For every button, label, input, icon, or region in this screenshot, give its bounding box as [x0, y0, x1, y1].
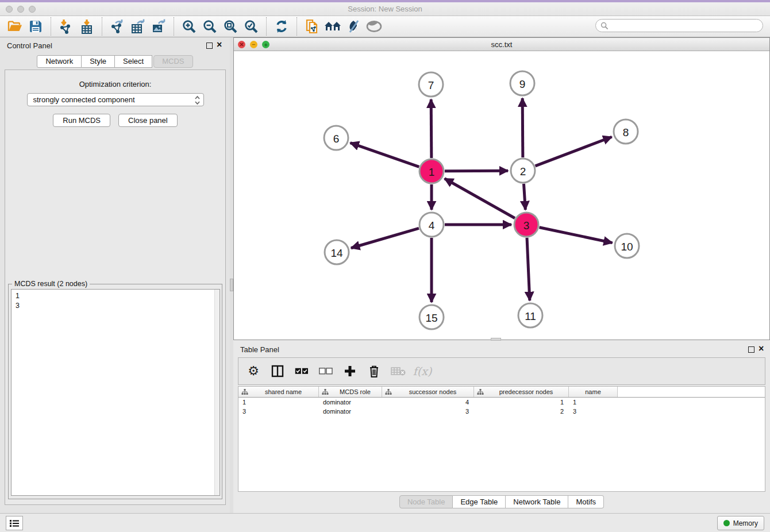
- table-header-row: shared name MCDS role successor nodes pr…: [238, 387, 765, 398]
- add-column-icon[interactable]: [342, 363, 358, 379]
- memory-button[interactable]: Memory: [717, 516, 764, 530]
- tab-node-table[interactable]: Node Table: [399, 495, 453, 508]
- network-graph[interactable]: 7968124314101511: [234, 51, 769, 340]
- graph-edge-1-2[interactable]: [445, 171, 508, 171]
- reset-view-icon[interactable]: [322, 18, 343, 35]
- network-view-titlebar: ✕ − ＋ scc.txt: [234, 38, 769, 51]
- graph-edge-1-6[interactable]: [351, 143, 419, 167]
- network-view-window: ✕ − ＋ scc.txt 7968124314101511: [233, 37, 770, 340]
- zoom-selected-icon[interactable]: [241, 18, 261, 35]
- graph-edge-1-7[interactable]: [431, 99, 432, 158]
- close-panel-button[interactable]: Close panel: [118, 114, 178, 127]
- col-header-name[interactable]: name: [569, 387, 618, 397]
- import-network-icon[interactable]: [56, 18, 76, 35]
- tab-network-table[interactable]: Network Table: [506, 495, 568, 508]
- col-header-successor-nodes[interactable]: successor nodes: [382, 387, 474, 397]
- zoom-out-icon[interactable]: [199, 18, 220, 35]
- list-icon: [9, 519, 20, 528]
- graph-edge-2-3[interactable]: [523, 184, 525, 210]
- col-header-predecessor-nodes[interactable]: predecessor nodes: [474, 387, 569, 397]
- status-bar: Memory: [0, 513, 770, 532]
- mcds-result-group: MCDS result (2 nodes) 1 3: [8, 284, 222, 499]
- column-type-icon: [385, 388, 392, 395]
- mcds-result-textarea[interactable]: 1 3: [11, 289, 220, 496]
- table-panel: Table Panel × ⚙ f(x): [233, 341, 770, 513]
- float-panel-icon[interactable]: [206, 43, 213, 49]
- cell-successor-nodes[interactable]: 3: [382, 407, 474, 416]
- col-header-mcds-role[interactable]: MCDS role: [319, 387, 382, 397]
- import-table-icon[interactable]: [76, 18, 97, 35]
- column-type-icon: [241, 388, 248, 395]
- cell-mcds-role[interactable]: dominator: [319, 398, 382, 407]
- zoom-in-icon[interactable]: [179, 18, 199, 35]
- graph-edge-4-14[interactable]: [351, 228, 419, 248]
- cell-successor-nodes[interactable]: 4: [382, 398, 474, 407]
- cell-name[interactable]: 1: [569, 398, 618, 407]
- graph-node-label-10: 10: [621, 241, 633, 253]
- graph-edge-2-8[interactable]: [536, 137, 612, 166]
- graph-edge-3-11[interactable]: [527, 238, 530, 300]
- tab-network[interactable]: Network: [37, 55, 82, 68]
- delete-column-icon[interactable]: [366, 363, 382, 379]
- mcds-panel: Optimization criterion: strongly connect…: [5, 70, 226, 505]
- birds-eye-view-icon[interactable]: [364, 18, 384, 35]
- toolbar-separator: [102, 17, 102, 36]
- result-scrollbar[interactable]: [214, 290, 220, 495]
- cell-shared-name[interactable]: 1: [238, 398, 319, 407]
- tab-edge-table[interactable]: Edge Table: [453, 495, 506, 508]
- deselect-all-columns-icon[interactable]: [318, 363, 334, 379]
- table-row[interactable]: 3 dominator 3 2 3: [238, 407, 765, 416]
- table-panel-title: Table Panel: [240, 345, 279, 354]
- cell-name[interactable]: 3: [569, 407, 618, 416]
- export-image-icon[interactable]: [148, 18, 169, 35]
- show-columns-icon[interactable]: [270, 363, 286, 379]
- tab-select[interactable]: Select: [115, 55, 152, 68]
- memory-status-icon: [723, 520, 730, 526]
- float-table-panel-icon[interactable]: [748, 346, 754, 353]
- cell-mcds-role[interactable]: dominator: [319, 407, 382, 416]
- criterion-dropdown[interactable]: strongly connected component: [27, 93, 204, 106]
- hide-graphics-details-icon[interactable]: [343, 18, 364, 35]
- search-field[interactable]: [595, 19, 763, 32]
- export-network-icon[interactable]: [107, 18, 128, 35]
- refresh-layout-icon[interactable]: [271, 18, 292, 35]
- close-panel-icon[interactable]: ×: [217, 40, 222, 50]
- show-panels-button[interactable]: [6, 516, 23, 530]
- graph-edge-3-10[interactable]: [540, 228, 613, 243]
- graph-node-label-3: 3: [523, 219, 530, 232]
- cell-shared-name[interactable]: 3: [238, 407, 319, 416]
- close-table-panel-icon[interactable]: ×: [759, 344, 764, 354]
- function-builder-icon[interactable]: f(x): [414, 363, 430, 379]
- col-header-shared-name[interactable]: shared name: [238, 387, 319, 397]
- zoom-fit-icon[interactable]: [220, 18, 241, 35]
- cell-predecessor-nodes[interactable]: 2: [474, 407, 569, 416]
- column-type-icon: [322, 388, 329, 395]
- criterion-value: strongly connected component: [33, 95, 135, 104]
- graph-edge-2-9[interactable]: [522, 98, 523, 157]
- control-panel-tabs: Network Style Select MCDS: [0, 55, 230, 68]
- save-session-icon[interactable]: [25, 18, 46, 35]
- toolbar-separator: [51, 17, 51, 36]
- control-panel: Control Panel × Network Style Select MCD…: [0, 37, 230, 513]
- tab-mcds[interactable]: MCDS: [153, 55, 192, 68]
- delete-table-icon[interactable]: [390, 363, 406, 379]
- cell-predecessor-nodes[interactable]: 1: [474, 398, 569, 407]
- window-titlebar: Session: New Session: [0, 2, 770, 16]
- table-settings-icon[interactable]: ⚙: [245, 363, 261, 379]
- mcds-result-title: MCDS result (2 nodes): [12, 280, 90, 288]
- export-table-icon[interactable]: [128, 18, 148, 35]
- window-title: Session: New Session: [0, 5, 770, 13]
- table-row[interactable]: 1 dominator 4 1 1: [238, 398, 765, 407]
- horizontal-splitter-handle[interactable]: [491, 338, 501, 341]
- open-session-icon[interactable]: [5, 18, 25, 35]
- run-mcds-button[interactable]: Run MCDS: [53, 114, 110, 127]
- tab-style[interactable]: Style: [82, 55, 115, 68]
- tab-motifs[interactable]: Motifs: [568, 495, 604, 508]
- table-toolbar: ⚙ f(x): [238, 357, 765, 385]
- graph-edge-3-1[interactable]: [445, 179, 515, 218]
- graph-node-label-15: 15: [425, 312, 437, 324]
- select-all-columns-icon[interactable]: [294, 363, 310, 379]
- dropdown-stepper-icon: [194, 95, 201, 109]
- clone-network-icon[interactable]: [302, 18, 322, 35]
- main-toolbar: [0, 16, 770, 37]
